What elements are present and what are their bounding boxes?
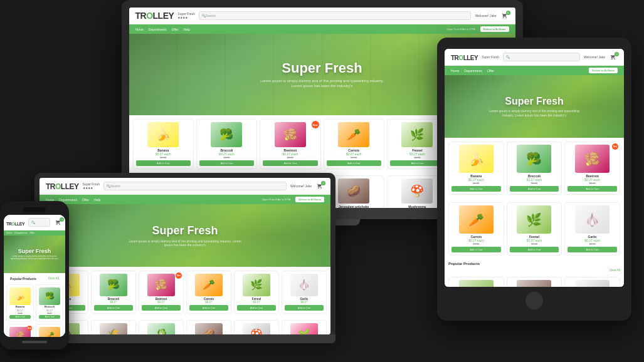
laptop-product-garlic: 🧄 Garlic $0.27 Add to Cart (282, 271, 327, 314)
phone-hero: Super Fresh Lorem ipsum is simply dummy … (4, 235, 65, 273)
monitor-add-banana[interactable]: Add to Cart (136, 160, 191, 166)
laptop-search[interactable]: 🔍 Search (103, 182, 287, 190)
tablet-nav-offer[interactable]: Offer (487, 69, 494, 73)
tablet-view-all[interactable]: View All (445, 267, 624, 273)
monitor-search[interactable]: 🔍 Search (199, 11, 472, 20)
laptop-product-hazelnuts: 🌾 Hazelnut beans $0.27 Add to Cart (91, 320, 136, 334)
tablet-add-broccoli[interactable]: Add to Cart (510, 186, 559, 192)
tablet-product-carrots: 🥕 Carrots $0.27 each $0.35 Add to Cart (448, 202, 504, 256)
tablet-store-name: Super Fresh (482, 55, 499, 59)
laptop-product-price-broccoli: $0.27 (110, 301, 117, 304)
monitor-nav-home[interactable]: Home (135, 28, 144, 31)
laptop-product-beetroot: New 🫚 Beetroot $0.27 Add to Cart (139, 271, 184, 314)
tablet-search[interactable]: 🔍 (503, 53, 580, 61)
monitor-cart-badge: 0 (506, 11, 510, 15)
monitor-nav-help[interactable]: Help (184, 28, 190, 31)
tablet-product-img-carrots: 🥕 (459, 205, 494, 234)
laptop-add-garlic[interactable]: Add to Cart (285, 305, 324, 311)
tablet-product-old-price-banana: $0.35 (473, 182, 479, 185)
phone-logo: TROLLEY (6, 217, 24, 228)
tablet-product-img-fennel: 🌿 (517, 205, 551, 234)
tablet-product-greenbeans: 🫘 Green beans $0.27 (448, 277, 504, 287)
laptop-products-grid: 🍌 Banana $0.27 Add to Cart 🥦 Broccoli $0… (40, 267, 330, 318)
laptop-open-hours: Open From 8 Am to 9 PM (262, 198, 290, 201)
laptop-nav-offer[interactable]: Offer (82, 198, 89, 202)
monitor-product-name-mushrooms: Mushrooms (408, 205, 426, 208)
laptop-product-iceberg: 🥬 Iceberg lettuce $0.27 Add to Cart (139, 320, 184, 334)
laptop-product-fennel: 🌿 Fennel $0.27 Add to Cart (234, 271, 279, 314)
laptop-product-carrots: 🥕 Carrots $0.27 Add to Cart (186, 271, 231, 314)
monitor-cart[interactable]: 0 (500, 12, 509, 19)
laptop-add-beetroot[interactable]: Add to Cart (142, 305, 181, 311)
monitor-product-img-broccoli: 🥦 (211, 122, 242, 147)
tablet-add-garlic[interactable]: Add to Cart (567, 247, 617, 252)
laptop-new-badge: New (176, 272, 182, 279)
phone-nav-dept[interactable]: Departments (14, 232, 27, 234)
monitor-nav-dept[interactable]: Departments (149, 28, 167, 31)
tablet-add-banana[interactable]: Add to Cart (451, 186, 501, 192)
monitor-nav-offer[interactable]: Offer (171, 28, 178, 31)
phone-product-img-carrots: 🥕 (39, 327, 60, 337)
monitor-new-badge-beetroot: New (312, 121, 319, 128)
phone-nav-offer[interactable]: Offer (29, 232, 34, 234)
phone-add-broccoli[interactable]: Add to Cart (39, 315, 60, 319)
tablet-logo: TROLLEY (451, 51, 478, 63)
tablet-product-img-mushrooms2: 🍄 (575, 280, 610, 287)
laptop-cart[interactable]: 0 (315, 182, 324, 190)
tablet-cart[interactable]: 0 (609, 53, 618, 61)
phone-hero-subtitle: Lorem ipsum is simply dummy text of the … (10, 256, 59, 261)
laptop-website: TROLLEY Super Fresh ★★★★ 🔍 Search Welcom… (40, 178, 330, 334)
tablet-deliver-btn[interactable]: Deliver to At Home (589, 68, 618, 73)
phone-product-img-broccoli: 🥦 (39, 287, 60, 305)
tablet-hero: Super Fresh Lorem ipsum is simply dummy … (445, 75, 624, 138)
laptop-add-broccoli[interactable]: Add to Cart (94, 305, 133, 311)
laptop-store-rating: ★★★★ (83, 186, 100, 190)
phone-view-all[interactable]: View All (45, 275, 63, 281)
monitor-product-beetroot: New 🫚 Beetroot $0.27 each $0.35 Add to C… (260, 119, 320, 169)
tablet-add-fennel[interactable]: Add to Cart (510, 247, 559, 252)
monitor-header: TROLLEY Super Fresh ★★★★ 🔍 Search Welcom… (129, 8, 515, 24)
tablet-hero-subtitle: Lorem ipsum is simply dummy text of the … (484, 109, 584, 117)
monitor-product-old-price-banana: $0.35 (160, 156, 166, 159)
laptop-hero-content: Super Fresh Lorem ipsum is simply dummy … (122, 218, 248, 254)
phone-search[interactable]: 🔍 (28, 218, 50, 227)
laptop-user: Welcome! Jake (290, 184, 312, 188)
tablet-products-grid-3: 🫘 Green beans $0.27 🥔 Jerusalem artichok… (445, 273, 624, 287)
monitor-add-carrots[interactable]: Add to Cart (327, 160, 381, 166)
tablet-nav-dept[interactable]: Departments (464, 69, 482, 73)
tablet-product-old-price-fennel: $0.35 (531, 242, 537, 246)
laptop-nav-help[interactable]: Help (94, 198, 100, 202)
phone-product-old-price-broccoli: $0.35 (47, 312, 52, 314)
monitor-add-broccoli[interactable]: Add to Cart (199, 160, 254, 166)
tablet-home-btn[interactable] (525, 292, 543, 309)
phone-nav: Home Departments Offer (4, 230, 65, 235)
monitor-hero-content: Super Fresh Lorem ipsum is simply dummy … (253, 54, 391, 95)
phone-nav-home[interactable]: Home (6, 232, 12, 234)
tablet-product-old-price-beetroot: $0.35 (589, 182, 596, 185)
phone-logo-text: TROLLEY (6, 222, 24, 226)
tablet-website: TROLLEY Super Fresh 🔍 Welcome! Jake 0 (445, 49, 624, 287)
tablet-product-img-broccoli: 🥦 (517, 145, 551, 173)
monitor-hero-subtitle: Lorem ipsum is simply dummy text of the … (260, 79, 385, 89)
laptop-add-fennel[interactable]: Add to Cart (237, 305, 276, 311)
laptop-deliver-btn[interactable]: Deliver to At Home (295, 197, 324, 202)
monitor-product-img-beetroot: 🫚 (275, 122, 306, 147)
tablet-add-beetroot[interactable]: Add to Cart (567, 186, 617, 192)
monitor-open-hours: Open From 8 Am to 9 PM (447, 28, 475, 31)
phone-cart-badge: 0 (60, 217, 64, 222)
laptop-add-carrots[interactable]: Add to Cart (189, 305, 228, 311)
monitor-user: Welcome! Jake (475, 14, 496, 18)
tablet-nav-home[interactable]: Home (451, 69, 459, 73)
monitor-add-beetroot[interactable]: Add to Cart (263, 160, 317, 166)
tablet-logo-text: TROLLEY (451, 54, 478, 61)
tablet-product-mushrooms2: 🍄 Mushrooms $0.27 (564, 277, 620, 287)
phone-product-old-price-banana: $0.35 (18, 312, 23, 314)
phone-add-banana[interactable]: Add to Cart (9, 315, 31, 319)
laptop-hero-subtitle: Lorem ipsum is simply dummy text of the … (129, 239, 241, 247)
tablet-add-carrots[interactable]: Add to Cart (451, 247, 501, 252)
phone-screen: TROLLEY 🔍 0 Home Departments Offer (4, 215, 65, 337)
phone-products-grid: 🍌 Banana $0.27 $0.35 Add to Cart 🥦 Brocc… (4, 283, 65, 337)
phone-cart[interactable]: 0 (54, 219, 63, 226)
monitor-product-old-price-carrots: $0.35 (351, 156, 357, 159)
monitor-deliver-btn[interactable]: Deliver to At Home (480, 26, 509, 32)
